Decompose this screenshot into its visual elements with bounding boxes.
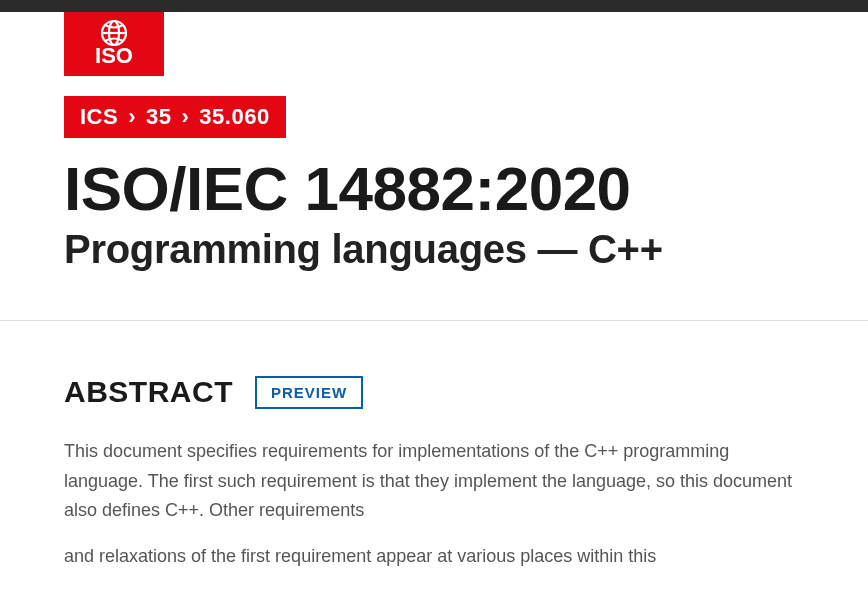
preview-button[interactable]: PREVIEW — [255, 376, 363, 409]
header-section: ISO ICS › 35 › 35.060 ISO/IEC 14882:2020… — [0, 12, 868, 321]
breadcrumb-level1[interactable]: 35 — [146, 104, 171, 130]
chevron-right-icon: › — [182, 104, 190, 130]
abstract-paragraph-2: and relaxations of the first requirement… — [64, 542, 804, 572]
abstract-heading: ABSTRACT — [64, 375, 233, 409]
top-bar — [0, 0, 868, 12]
standard-code-heading: ISO/IEC 14882:2020 — [64, 156, 868, 221]
content-section: ABSTRACT PREVIEW This document specifies… — [0, 321, 868, 572]
breadcrumb-root[interactable]: ICS — [80, 104, 118, 130]
standard-title: Programming languages — C++ — [64, 227, 868, 272]
abstract-header-row: ABSTRACT PREVIEW — [64, 375, 804, 409]
iso-globe-icon: ISO — [83, 19, 145, 69]
chevron-right-icon: › — [128, 104, 136, 130]
abstract-paragraph-1: This document specifies requirements for… — [64, 437, 804, 526]
breadcrumb-level2[interactable]: 35.060 — [199, 104, 269, 130]
svg-text:ISO: ISO — [95, 43, 133, 68]
breadcrumb: ICS › 35 › 35.060 — [64, 96, 286, 138]
iso-logo[interactable]: ISO — [64, 12, 164, 76]
